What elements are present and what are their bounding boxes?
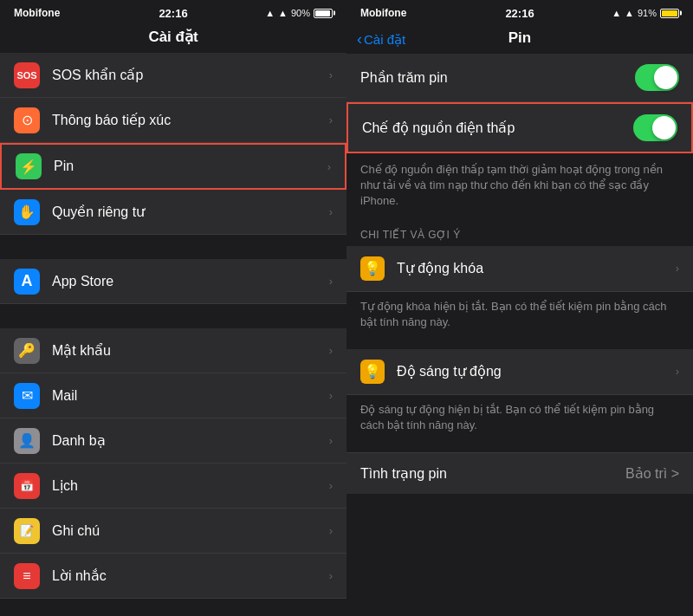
pin-chevron: › (327, 160, 331, 173)
do-sang-row[interactable]: 💡 Độ sáng tự động › (346, 349, 693, 395)
right-battery-icon (660, 9, 679, 18)
danhba-label: Danh bạ (52, 432, 329, 449)
back-button[interactable]: ‹ Cài đặt (357, 30, 405, 49)
right-time: 22:16 (505, 7, 534, 20)
tu-dong-khoa-chevron: › (676, 262, 679, 275)
ghichu-label: Ghi chú (52, 523, 329, 539)
quyen-chevron: › (329, 205, 333, 218)
phan-tram-pin-row[interactable]: Phần trăm pin (346, 54, 693, 102)
right-carrier: Mobifone (360, 7, 406, 19)
quyen-icon: ✋ (18, 204, 36, 220)
lich-label: Lịch (52, 477, 329, 494)
tu-dong-khoa-row[interactable]: 💡 Tự động khóa › (346, 246, 693, 292)
settings-item-pin[interactable]: ⚡ Pin › (0, 143, 346, 190)
settings-item-lich[interactable]: 📅 Lịch › (0, 464, 346, 509)
phan-tram-pin-label: Phần trăm pin (360, 69, 448, 86)
appstore-chevron: › (329, 275, 333, 288)
ghichu-icon: 📝 (20, 524, 34, 537)
do-sang-label: Độ sáng tự động (397, 363, 676, 379)
settings-item-sos[interactable]: SOS SOS khẩn cấp › (0, 53, 346, 98)
right-wifi-icon: ▲ (612, 8, 621, 18)
tinh-trang-value: Bảo trì > (625, 465, 679, 482)
appstore-icon-box: A (14, 269, 40, 295)
settings-group-2: A App Store › (0, 259, 346, 304)
tu-dong-khoa-icon-box: 💡 (360, 256, 385, 281)
mail-icon: ✉ (22, 387, 33, 404)
phan-tram-pin-toggle[interactable] (635, 64, 679, 91)
right-nav-bar: ‹ Cài đặt Pin (346, 24, 693, 54)
pin-label: Pin (54, 159, 327, 174)
right-title: Pin (508, 29, 531, 46)
che-do-nguon-row[interactable]: Chế độ nguồn điện thấp (346, 102, 693, 153)
settings-item-danhba[interactable]: 👤 Danh bạ › (0, 418, 346, 464)
matkhau-chevron: › (329, 344, 333, 357)
spacer-right-1 (346, 342, 693, 349)
che-do-description: Chế độ nguồn điện thấp tạm thời giảm hoạ… (346, 153, 693, 222)
right-content: Phần trăm pin Chế độ nguồn điện thấp Chế… (346, 54, 693, 616)
left-status-bar: Mobifone 22:16 ▲ ▲ 90% (0, 0, 346, 24)
matkhau-icon: 🔑 (18, 342, 36, 359)
left-status-icons: ▲ ▲ 90% (265, 8, 333, 18)
sos-label: SOS khẩn cấp (52, 67, 329, 83)
danhba-icon: 👤 (18, 432, 36, 449)
right-status-icons: ▲ ▲ 91% (612, 8, 679, 18)
left-title: Cài đặt (148, 29, 198, 45)
tinh-trang-row[interactable]: Tình trạng pin Bảo trì > (346, 452, 693, 494)
tu-dong-khoa-desc: Tự động khóa hiện bị tắt. Bạn có thể tiế… (346, 292, 693, 342)
appstore-label: App Store (52, 274, 329, 289)
left-time: 22:16 (159, 7, 187, 20)
left-battery-fill (315, 10, 330, 16)
ghichu-chevron: › (329, 524, 333, 537)
thongbao-label: Thông báo tiếp xúc (52, 112, 329, 128)
loinhac-label: Lời nhắc (52, 567, 329, 584)
danhba-chevron: › (329, 434, 333, 447)
ghichu-icon-box: 📝 (14, 518, 40, 544)
do-sang-icon-box: 💡 (360, 360, 385, 384)
do-sang-chevron: › (676, 365, 679, 378)
tu-dong-khoa-icon: 💡 (364, 260, 381, 276)
left-battery-icon (314, 9, 333, 18)
thongbao-icon-box: ⊙ (14, 107, 40, 133)
tinh-trang-label: Tình trạng pin (360, 465, 447, 482)
do-sang-icon: 💡 (364, 363, 381, 379)
left-carrier: Mobifone (14, 7, 60, 19)
che-do-nguon-toggle-thumb (652, 116, 676, 139)
spacer-1 (0, 235, 346, 259)
mail-chevron: › (329, 389, 333, 402)
lich-chevron: › (329, 479, 333, 492)
settings-item-ghichu[interactable]: 📝 Ghi chú › (0, 509, 346, 554)
che-do-nguon-toggle[interactable] (633, 114, 677, 141)
settings-group-1: SOS SOS khẩn cấp › ⊙ Thông báo tiếp xúc … (0, 53, 346, 235)
matkhau-icon-box: 🔑 (14, 338, 40, 364)
sos-icon-box: SOS (14, 62, 40, 88)
lich-icon: 📅 (20, 479, 34, 492)
wifi-icon: ▲ (265, 8, 275, 18)
settings-item-matkhau[interactable]: 🔑 Mật khẩu › (0, 328, 346, 373)
left-battery-pct: 90% (291, 8, 310, 18)
back-chevron-icon: ‹ (357, 30, 362, 49)
settings-item-appstore[interactable]: A App Store › (0, 259, 346, 304)
left-panel: Mobifone 22:16 ▲ ▲ 90% Cài đặt SOS SOS k… (0, 0, 346, 616)
phan-tram-pin-toggle-thumb (654, 66, 677, 89)
section-header: CHI TIẾT VÀ GỢI Ý (346, 222, 693, 246)
settings-item-thongbao[interactable]: ⊙ Thông báo tiếp xúc › (0, 98, 346, 143)
tu-dong-khoa-label: Tự động khóa (397, 260, 676, 276)
spacer-right-2 (346, 445, 693, 452)
mail-label: Mail (52, 388, 329, 404)
settings-item-loinhac[interactable]: ≡ Lời nhắc › (0, 554, 346, 599)
loinhac-chevron: › (329, 569, 333, 582)
do-sang-desc: Độ sáng tự động hiện bị tắt. Bạn có thể … (346, 395, 693, 445)
thongbao-icon: ⊙ (22, 112, 33, 128)
left-settings-list: SOS SOS khẩn cấp › ⊙ Thông báo tiếp xúc … (0, 53, 346, 616)
settings-item-quyen[interactable]: ✋ Quyền riêng tư › (0, 190, 346, 235)
appstore-icon: A (22, 272, 33, 290)
settings-item-mail[interactable]: ✉ Mail › (0, 373, 346, 418)
mail-icon-box: ✉ (14, 383, 40, 409)
left-nav-bar: Cài đặt (0, 24, 346, 53)
loinhac-icon: ≡ (23, 568, 30, 584)
lich-icon-box: 📅 (14, 473, 40, 499)
sos-icon: SOS (16, 70, 36, 81)
pin-icon: ⚡ (20, 159, 37, 175)
che-do-nguon-label: Chế độ nguồn điện thấp (362, 120, 515, 136)
quyen-icon-box: ✋ (14, 199, 40, 225)
